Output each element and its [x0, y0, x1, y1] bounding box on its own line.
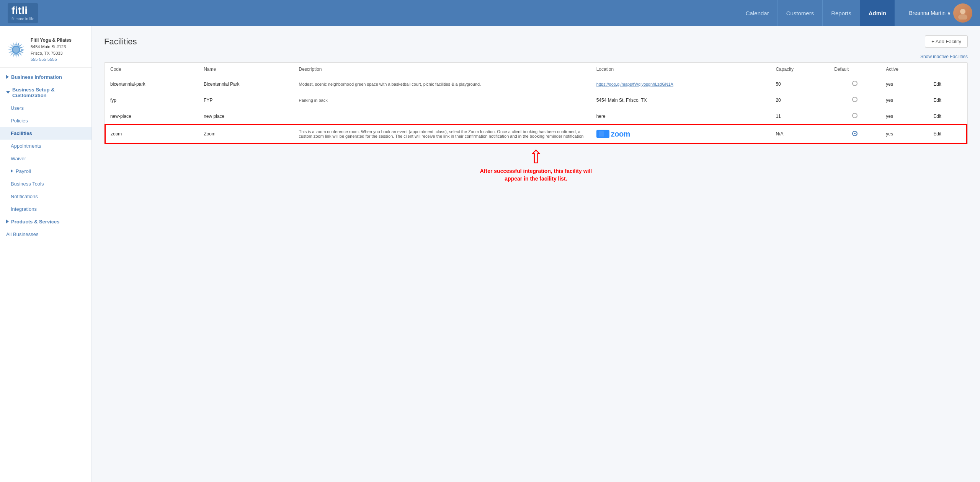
sidebar-item-appointments[interactable]: Appointments: [0, 140, 91, 152]
table-row: bicentennial-parkBicentennial ParkModest…: [105, 76, 967, 92]
svg-marker-10: [10, 43, 13, 47]
cell-description: [293, 108, 591, 125]
cell-edit[interactable]: Edit: [928, 108, 967, 125]
business-details: Fitli Yoga & Pilates 5454 Main St #123 F…: [31, 37, 72, 63]
cell-name: new place: [198, 108, 293, 125]
sidebar-item-products-services[interactable]: Products & Services: [0, 215, 91, 228]
col-capacity: Capacity: [770, 63, 829, 76]
cell-code: bicentennial-park: [105, 76, 198, 92]
col-description: Description: [293, 63, 591, 76]
cell-code: fyp: [105, 92, 198, 108]
cell-name: Zoom: [198, 124, 293, 143]
cell-description: Modest, scenic neighborhood green space …: [293, 76, 591, 92]
cell-capacity: 50: [770, 76, 829, 92]
cell-active: yes: [880, 108, 928, 125]
business-name: Fitli Yoga & Pilates: [31, 37, 72, 44]
sidebar-item-integrations[interactable]: Integrations: [0, 203, 91, 215]
cell-edit[interactable]: Edit: [928, 124, 967, 143]
sidebar-item-business-setup[interactable]: Business Setup & Customization: [0, 83, 91, 102]
svg-marker-7: [15, 54, 17, 58]
default-radio[interactable]: [852, 97, 858, 102]
add-facility-button[interactable]: + Add Facility: [925, 35, 968, 48]
cell-capacity: 11: [770, 108, 829, 125]
col-default: Default: [829, 63, 880, 76]
show-inactive-link[interactable]: Show inactive Facilities: [104, 54, 968, 59]
triangle-down-icon: [6, 91, 10, 94]
svg-marker-12: [20, 46, 24, 49]
default-radio[interactable]: [852, 131, 858, 136]
svg-marker-8: [10, 52, 13, 56]
zoom-logo: zoom: [596, 130, 765, 138]
cell-description: Parking in back: [293, 92, 591, 108]
cell-location: https://goo.gl/maps/tWqlyosgnhLzdGN1A: [591, 76, 771, 92]
svg-marker-22: [604, 131, 607, 137]
svg-rect-23: [599, 131, 604, 137]
svg-marker-16: [8, 50, 12, 54]
cell-capacity: 20: [770, 92, 829, 108]
cell-default[interactable]: [829, 76, 880, 92]
col-active: Active: [880, 63, 928, 76]
cell-default[interactable]: [829, 108, 880, 125]
cell-default[interactable]: [829, 92, 880, 108]
location-link[interactable]: https://goo.gl/maps/tWqlyosgnhLzdGN1A: [596, 82, 673, 86]
svg-marker-6: [19, 52, 23, 56]
sidebar-item-policies[interactable]: Policies: [0, 114, 91, 127]
cell-description: This is a zoom conference room. When you…: [293, 124, 591, 143]
sidebar-item-payroll[interactable]: Payroll: [0, 165, 91, 177]
svg-marker-13: [20, 50, 24, 54]
sidebar-item-business-tools[interactable]: Business Tools: [0, 177, 91, 190]
svg-marker-15: [12, 54, 15, 58]
cell-location: here: [591, 108, 771, 125]
main-content: Facilities + Add Facility Show inactive …: [92, 26, 980, 482]
col-name: Name: [198, 63, 293, 76]
default-radio[interactable]: [852, 81, 858, 86]
sidebar-item-business-information[interactable]: Business Information: [0, 71, 91, 83]
svg-point-20: [13, 47, 19, 53]
nav-admin[interactable]: Admin: [860, 0, 895, 26]
logo: fitli fit more in life: [8, 3, 38, 23]
svg-marker-18: [12, 42, 15, 46]
sidebar-item-all-businesses[interactable]: All Businesses: [0, 228, 91, 241]
cell-default[interactable]: [829, 124, 880, 143]
page-title: Facilities: [104, 37, 137, 47]
user-area[interactable]: Breanna Martin ∨: [909, 3, 972, 23]
svg-marker-4: [19, 43, 23, 47]
svg-point-0: [960, 9, 965, 14]
cell-name: Bicentennial Park: [198, 76, 293, 92]
cell-name: FYP: [198, 92, 293, 108]
cell-capacity: N/A: [770, 124, 829, 143]
main-layout: Fitli Yoga & Pilates 5454 Main St #123 F…: [0, 26, 980, 482]
logo-sub: fit more in life: [11, 17, 34, 21]
cell-code: new-place: [105, 108, 198, 125]
nav-reports[interactable]: Reports: [823, 0, 860, 26]
nav-customers[interactable]: Customers: [778, 0, 823, 26]
cell-active: yes: [880, 76, 928, 92]
svg-marker-11: [17, 42, 20, 46]
cell-location: zoom: [591, 124, 771, 143]
sidebar: Fitli Yoga & Pilates 5454 Main St #123 F…: [0, 26, 92, 482]
sidebar-item-waiver[interactable]: Waiver: [0, 152, 91, 165]
default-radio[interactable]: [852, 113, 858, 118]
svg-marker-2: [15, 41, 17, 45]
business-address1: 5454 Main St #123: [31, 44, 72, 50]
user-name: Breanna Martin ∨: [909, 10, 951, 16]
sidebar-item-facilities[interactable]: Facilities: [0, 127, 91, 140]
table-row: zoomZoomThis is a zoom conference room. …: [105, 124, 967, 143]
table-row: fypFYPParking in back5454 Main St, Frisc…: [105, 92, 967, 108]
nav-calendar[interactable]: Calendar: [737, 0, 778, 26]
facilities-table-wrapper: Code Name Description Location Capacity …: [104, 62, 968, 144]
cell-edit[interactable]: Edit: [928, 76, 967, 92]
sidebar-item-notifications[interactable]: Notifications: [0, 190, 91, 203]
user-avatar: [953, 3, 972, 23]
cell-active: yes: [880, 124, 928, 143]
sidebar-item-users[interactable]: Users: [0, 102, 91, 114]
cell-edit[interactable]: Edit: [928, 92, 967, 108]
cell-active: yes: [880, 92, 928, 108]
cell-code: zoom: [105, 124, 198, 143]
col-code: Code: [105, 63, 198, 76]
table-row: new-placenew placehere11yesEdit: [105, 108, 967, 125]
svg-point-1: [958, 14, 967, 20]
annotation-arrow-icon: ⇧: [104, 148, 968, 166]
business-logo-icon: [6, 40, 26, 60]
triangle-right-icon: [6, 75, 9, 79]
